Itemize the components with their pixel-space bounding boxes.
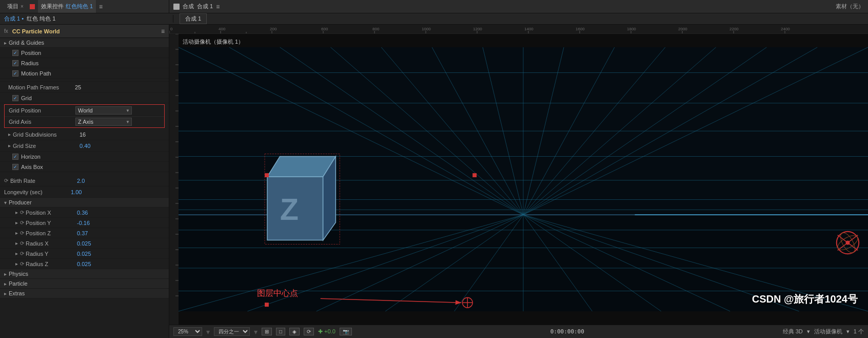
grid-position-select[interactable]: World View Object [75,106,132,115]
ruler-left-svg [169,34,179,325]
birth-rate-value[interactable]: 2.0 [77,178,85,184]
grid-checkbox-row: ✓ Grid [0,93,169,103]
viewer-hamburger[interactable]: ≡ [216,3,220,10]
grid-size-value[interactable]: 0.40 [80,143,90,149]
grid-position-label: Grid Position [9,107,75,114]
reset-view-btn[interactable]: ⟳ [304,328,314,335]
section-extras[interactable]: ▸ Extras [0,289,169,298]
motion-path-frames-label: Motion Path Frames [8,84,75,90]
camera-btn[interactable]: 📷 [340,328,352,335]
main-area: fx CC Particle World ≡ ▸ Grid & Guides ✓… [0,25,868,338]
left-panel: fx CC Particle World ≡ ▸ Grid & Guides ✓… [0,25,169,338]
position-x-row: ▸ ⟳ Position X 0.36 [0,208,169,218]
longevity-value[interactable]: 1.00 [71,189,82,195]
motion-path-checkbox[interactable]: ✓ [12,70,18,77]
position-checkbox[interactable]: ✓ [12,50,18,56]
motion-path-frames-row: Motion Path Frames 25 [0,82,169,93]
left-breadcrumb: 合成 1 • 红色 纯色 1 [4,15,173,23]
red-indicator [30,4,35,9]
radius-label: Radius [21,60,38,66]
svg-text:1000: 1000 [422,27,431,31]
section-physics[interactable]: ▸ Physics [0,269,169,279]
producer-label: Producer [9,199,32,205]
svg-text:1200: 1200 [473,27,482,31]
plugin-name: CC Particle World [12,28,60,34]
grid-size-label: Grid Size [13,143,80,149]
svg-rect-96 [265,303,269,307]
motion-path-label: Motion Path [21,70,51,77]
svg-text:1600: 1600 [576,27,585,31]
compose-tab-sub: 合成 1 [197,3,213,10]
motion-path-checkbox-row: ✓ Motion Path [0,68,169,79]
clock-icon-radz: ⟳ [20,261,24,267]
clock-icon-posx: ⟳ [20,210,24,215]
viewer-tab-compose[interactable]: 合成 1 [180,13,207,24]
position-x-label: Position X [26,210,77,216]
rad-x-arrow: ▸ [15,240,18,246]
axis-box-checkbox[interactable]: ✓ [12,164,18,170]
particle-label: Particle [9,280,28,287]
viewer-panel: 0 400 200 600 800 1000 1200 140 [169,25,868,338]
canvas-area[interactable]: 活动摄像机（摄像机 1） [179,34,868,325]
position-z-value[interactable]: 0.37 [77,230,88,236]
compose-tab[interactable]: 合成 [183,0,194,13]
grid-position-row: Grid Position World View Object [5,105,164,116]
grid-size-row: ▸ Grid Size 0.40 [0,140,169,152]
section-producer[interactable]: ▾ Producer [0,198,169,208]
fx-icon: fx [4,28,8,34]
section-particle[interactable]: ▸ Particle [0,279,169,289]
position-z-label: Position Z [26,230,77,236]
producer-arrow: ▾ [4,200,7,205]
grid-axis-dropdown-wrapper: X Axis Y Axis Z Axis [75,118,132,126]
radius-y-value[interactable]: 0.025 [77,251,91,257]
horizon-label: Horizon [21,154,41,160]
viewer-content: 活动摄像机（摄像机 1） [169,34,868,325]
svg-text:400: 400 [219,27,226,31]
panel-menu-icon[interactable]: ≡ [161,28,165,35]
section-grid-guides[interactable]: ▸ Grid & Guides [0,38,169,48]
hamburger-menu[interactable]: ≡ [99,3,103,10]
material-label: 素材（无） [836,3,864,10]
project-tab[interactable]: 项目 × [4,0,27,13]
motion-path-frames-value[interactable]: 25 [75,84,81,90]
horizon-checkbox[interactable]: ✓ [12,154,18,160]
top-bar: 项目 × 效果控件 红色纯色 1 ≡ 合成 合成 1 ≡ 素材（无） [0,0,868,13]
safe-zone-btn[interactable]: □ [276,328,285,335]
view-extra: 1 个 [854,328,864,335]
clock-icon-rady: ⟳ [20,251,24,256]
ruler-svg: 0 400 200 600 800 1000 1200 140 [169,25,868,34]
physics-label: Physics [9,271,28,277]
pos-y-arrow: ▸ [15,220,18,226]
grid-checkbox-label: Grid [21,95,32,101]
position-y-value[interactable]: -0.16 [77,220,90,226]
section-grid-label: Grid & Guides [9,40,44,46]
project-tab-close[interactable]: × [21,4,24,9]
effect-tab-sub: 红色纯色 1 [66,3,93,10]
top-bar-left: 项目 × 效果控件 红色纯色 1 ≡ [0,0,169,13]
position-z-row: ▸ ⟳ Position Z 0.37 [0,228,169,238]
watermark: CSDN @旅行者1024号 [752,292,858,306]
axis-box-checkbox-row: ✓ Axis Box [0,162,169,172]
radius-x-value[interactable]: 0.025 [77,240,91,247]
radius-checkbox[interactable]: ✓ [12,60,18,66]
radius-z-value[interactable]: 0.025 [77,261,91,267]
particle-arrow: ▸ [4,281,7,287]
grid-subdivisions-value[interactable]: 16 [80,132,86,138]
ruler-top: 0 400 200 600 800 1000 1200 140 [169,25,868,34]
zoom-select[interactable]: 25% 50% 100% [173,327,202,336]
radius-x-row: ▸ ⟳ Radius X 0.025 [0,238,169,249]
view-mode-select[interactable]: 四分之一 完整 [214,327,250,336]
clock-icon-radx: ⟳ [20,240,24,246]
display-options-btn[interactable]: ◈ [289,328,300,335]
position-x-value[interactable]: 0.36 [77,210,88,216]
effect-tab[interactable]: 效果控件 红色纯色 1 [38,0,96,13]
grid-checkbox[interactable]: ✓ [12,95,18,101]
extras-arrow: ▸ [4,291,7,296]
grid-toggle-btn[interactable]: ⊞ [262,328,272,335]
physics-arrow: ▸ [4,271,7,277]
svg-text:200: 200 [270,27,277,31]
grid-sub-arrow: ▸ [8,132,11,137]
viewer-bottom-bar: 25% 50% 100% ▾ 四分之一 完整 ▾ ⊞ □ ◈ ⟳ ✚ +0.0 … [169,325,868,338]
extras-label: Extras [9,290,25,296]
grid-axis-select[interactable]: X Axis Y Axis Z Axis [75,118,132,126]
